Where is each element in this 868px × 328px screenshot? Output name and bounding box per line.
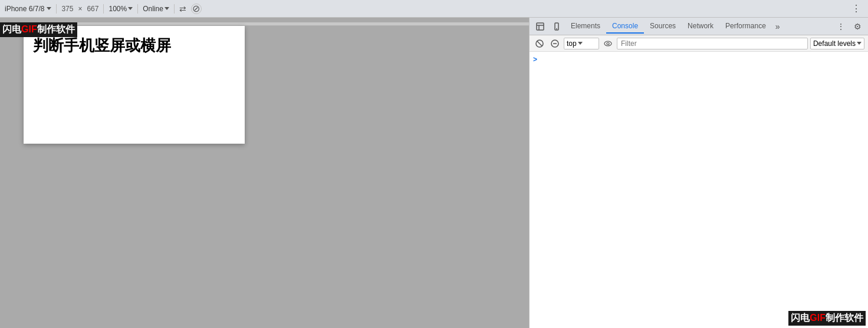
watermark-gif: GIF	[21, 24, 37, 34]
watermark-prefix: 闪电	[2, 24, 21, 34]
svg-line-6	[537, 41, 542, 46]
devtools-device-icon[interactable]	[548, 18, 565, 35]
online-selector[interactable]: Online	[143, 5, 169, 13]
device-selector[interactable]: iPhone 6/7/8	[5, 5, 51, 13]
tab-elements[interactable]: Elements	[565, 19, 606, 34]
devtools-settings-icon[interactable]: ⚙	[849, 18, 866, 35]
console-toolbar: top Default levels	[530, 35, 868, 52]
device-name: iPhone 6/7/8	[5, 5, 44, 13]
zoom-selector[interactable]: 100%	[108, 5, 133, 13]
online-chevron-icon	[165, 7, 169, 10]
mobile-frame: 判断手机竖屏或横屏	[24, 26, 245, 144]
console-prompt-arrow: >	[533, 55, 537, 64]
console-prompt-line[interactable]: >	[533, 54, 864, 65]
watermark-top-left: 闪电GIF制作软件	[0, 22, 77, 37]
default-levels-chevron-icon	[857, 42, 862, 45]
dimension-x: ×	[78, 5, 82, 13]
console-clear-button[interactable]	[533, 37, 546, 50]
watermark-suffix: 制作软件	[37, 24, 75, 34]
tab-performance[interactable]: Performance	[719, 19, 772, 34]
no-throttle-icon[interactable]: ⊘	[191, 4, 202, 14]
default-levels-selector[interactable]: Default levels	[810, 38, 864, 49]
tab-console[interactable]: Console	[606, 19, 644, 34]
viewport-height: 667	[87, 5, 98, 13]
browser-toolbar: iPhone 6/7/8 375 × 667 100% Online ⇄ ⊘ ⋮	[0, 0, 868, 18]
console-no-filter-icon[interactable]	[548, 37, 561, 50]
devtools-more-options-icon[interactable]: ⋮	[833, 18, 849, 35]
viewport-width: 375	[61, 5, 73, 13]
context-selector[interactable]: top	[564, 38, 599, 49]
tab-sources[interactable]: Sources	[644, 19, 682, 34]
devtools-inspect-icon[interactable]	[532, 18, 548, 35]
toolbar-more-button[interactable]: ⋮	[849, 3, 863, 14]
svg-rect-0	[537, 23, 544, 30]
viewport-area: 闪电GIF制作软件 判断手机竖屏或横屏	[0, 18, 529, 328]
devtools-panel: Elements Console Sources Network Perform…	[529, 18, 868, 328]
context-label: top	[567, 39, 577, 48]
online-status: Online	[143, 5, 163, 13]
wm-br-gif: GIF	[810, 313, 826, 323]
rotate-icon[interactable]: ⇄	[179, 4, 186, 14]
toolbar-separator-3	[137, 4, 138, 14]
wm-br-suffix: 制作软件	[826, 313, 863, 323]
page-title: 判断手机竖屏或横屏	[33, 35, 235, 56]
zoom-level: 100%	[108, 5, 127, 13]
toolbar-separator-2	[103, 4, 104, 14]
devtools-tabs-more[interactable]: »	[772, 22, 784, 31]
toolbar-separator-4	[174, 4, 175, 14]
watermark-bottom-right: 闪电GIF制作软件	[788, 311, 866, 326]
zoom-chevron-icon	[128, 7, 133, 10]
default-levels-label: Default levels	[813, 39, 856, 48]
main-area: 闪电GIF制作软件 判断手机竖屏或横屏	[0, 18, 868, 328]
console-body: > 闪电GIF制作软件	[530, 52, 868, 328]
filter-input[interactable]	[617, 38, 808, 49]
svg-point-9	[604, 41, 611, 46]
device-chevron-icon	[47, 7, 51, 10]
devtools-tabs-bar: Elements Console Sources Network Perform…	[530, 18, 868, 35]
context-chevron-icon	[578, 42, 583, 45]
wm-br-prefix: 闪电	[791, 313, 810, 323]
toolbar-separator-1	[56, 4, 57, 14]
svg-point-10	[607, 42, 609, 45]
console-eye-button[interactable]	[601, 37, 614, 50]
tab-network[interactable]: Network	[682, 19, 719, 34]
